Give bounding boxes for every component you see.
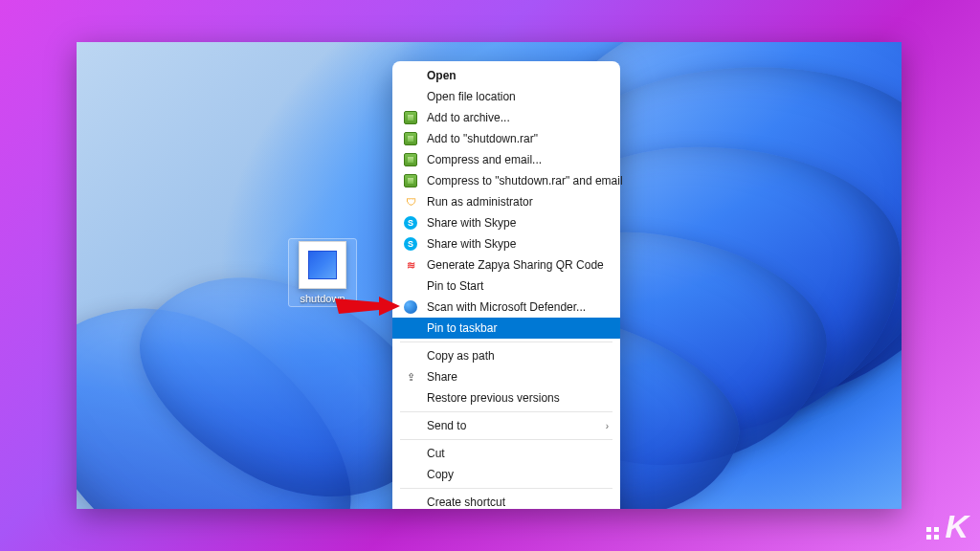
shortcut-label: shutdown <box>291 293 354 304</box>
menu-item-label: Add to archive... <box>427 111 609 124</box>
menu-separator <box>400 342 612 342</box>
menu-item-create-shortcut[interactable]: Create shortcut <box>392 492 620 509</box>
menu-item-copy-as-path[interactable]: Copy as path <box>392 345 620 366</box>
menu-item-label: Compress to "shutdown.rar" and email <box>427 174 623 187</box>
blank-icon <box>402 320 419 336</box>
blank-icon <box>402 446 419 461</box>
menu-item-run-as-administrator[interactable]: 🛡Run as administrator <box>392 191 620 212</box>
menu-item-label: Share with Skype <box>427 216 609 230</box>
shield-icon: 🛡 <box>402 194 419 209</box>
menu-item-label: Open file location <box>427 90 609 103</box>
blank-icon <box>402 348 419 364</box>
menu-item-scan-with-microsoft-defender[interactable]: Scan with Microsoft Defender... <box>392 297 620 318</box>
menu-item-share[interactable]: ⇪Share <box>392 366 620 387</box>
menu-item-add-to-archive[interactable]: Add to archive... <box>392 107 620 128</box>
menu-item-label: Pin to Start <box>427 279 609 293</box>
archive-icon <box>402 173 419 188</box>
menu-item-open-file-location[interactable]: Open file location <box>392 86 620 107</box>
menu-item-pin-to-taskbar[interactable]: Pin to taskbar <box>392 318 620 339</box>
defender-icon <box>402 299 419 315</box>
menu-item-label: Cut <box>427 447 609 460</box>
menu-item-add-to-shutdown-rar[interactable]: Add to "shutdown.rar" <box>392 128 620 149</box>
blank-icon <box>402 390 419 406</box>
menu-item-send-to[interactable]: Send to› <box>392 415 620 436</box>
menu-item-label: Create shortcut <box>427 496 609 509</box>
menu-item-label: Copy <box>427 468 609 481</box>
menu-item-compress-to-shutdown-rar-and-email[interactable]: Compress to "shutdown.rar" and email <box>392 170 620 191</box>
menu-item-label: Send to <box>427 419 606 432</box>
context-menu[interactable]: OpenOpen file locationAdd to archive...A… <box>392 61 620 509</box>
menu-item-restore-previous-versions[interactable]: Restore previous versions <box>392 387 620 408</box>
menu-item-copy[interactable]: Copy <box>392 464 620 485</box>
menu-item-label: Copy as path <box>427 349 609 363</box>
watermark-dots-icon <box>926 527 939 540</box>
menu-item-share-with-skype[interactable]: SShare with Skype <box>392 233 620 254</box>
share-icon: ⇪ <box>402 369 419 385</box>
menu-item-label: Open <box>427 69 609 82</box>
blank-icon <box>402 467 419 482</box>
skype-icon: S <box>402 236 419 252</box>
blank-icon <box>402 278 419 294</box>
archive-icon <box>402 131 419 146</box>
blank-icon <box>402 89 419 104</box>
desktop-shortcut-shutdown[interactable]: shutdown <box>289 239 356 306</box>
menu-item-pin-to-start[interactable]: Pin to Start <box>392 276 620 297</box>
archive-icon <box>402 152 419 167</box>
watermark: K <box>926 508 967 545</box>
menu-separator <box>400 439 612 440</box>
menu-separator <box>400 411 612 412</box>
desktop-screenshot: shutdown OpenOpen file locationAdd to ar… <box>77 42 902 509</box>
skype-icon: S <box>402 215 419 231</box>
archive-icon <box>402 110 419 125</box>
menu-item-label: Share with Skype <box>427 237 609 251</box>
menu-item-label: Add to "shutdown.rar" <box>427 132 609 145</box>
menu-item-label: Pin to taskbar <box>427 321 609 335</box>
chevron-right-icon: › <box>606 421 609 431</box>
blank-icon <box>402 495 419 509</box>
menu-item-label: Scan with Microsoft Defender... <box>427 300 609 314</box>
menu-item-label: Restore previous versions <box>427 391 609 405</box>
watermark-letter: K <box>945 508 967 545</box>
menu-separator <box>400 488 612 489</box>
menu-item-compress-and-email[interactable]: Compress and email... <box>392 149 620 170</box>
menu-item-generate-zapya-sharing-qr-code[interactable]: ≋Generate Zapya Sharing QR Code <box>392 254 620 276</box>
menu-item-label: Share <box>427 370 609 384</box>
menu-item-open[interactable]: Open <box>392 65 620 86</box>
menu-item-share-with-skype[interactable]: SShare with Skype <box>392 212 620 233</box>
blank-icon <box>402 418 419 433</box>
zapya-icon: ≋ <box>402 257 419 273</box>
menu-item-label: Compress and email... <box>427 153 609 166</box>
blank-icon <box>402 68 419 83</box>
menu-item-label: Generate Zapya Sharing QR Code <box>427 258 609 272</box>
menu-item-cut[interactable]: Cut <box>392 443 620 464</box>
menu-item-label: Run as administrator <box>427 195 609 209</box>
shortcut-icon <box>299 241 346 289</box>
